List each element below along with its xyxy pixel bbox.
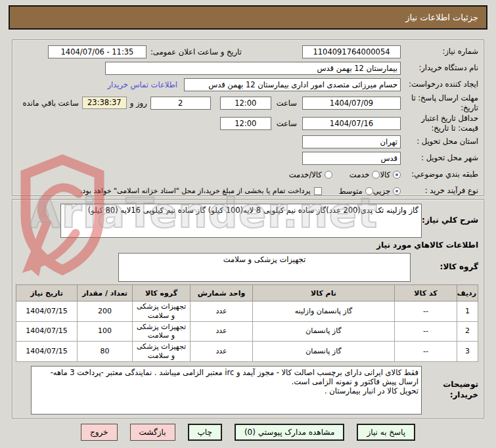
- row-province: استان محل تحویل :: [18, 133, 478, 150]
- buyer-notes-label: توضیحات خریدار:: [422, 380, 478, 400]
- cell-qty: 80: [78, 342, 133, 362]
- page-title-bar: جزئیات اطلاعات نیاز: [9, 5, 487, 30]
- goods-section-header: اطلاعات کالاهاي مورد نیاز: [18, 240, 478, 250]
- process-type-label: نوع فرآیند خرید :: [401, 186, 478, 195]
- city-label: شهر محل تحویل :: [401, 153, 478, 162]
- need-number-input[interactable]: [302, 45, 401, 58]
- radio-goods-service-icon[interactable]: [325, 171, 332, 179]
- col-date: تاریخ نیاز: [16, 285, 78, 302]
- need-info-groupbox: شماره نیاز: تاریخ و ساعت اعلان عمومی: نا…: [12, 39, 484, 196]
- col-row: ردیف: [457, 285, 478, 302]
- deadline-date-input[interactable]: [302, 97, 401, 110]
- days-label: روز و: [130, 99, 147, 108]
- radio-service[interactable]: خدمت: [349, 170, 380, 179]
- validity-date-input[interactable]: [302, 117, 401, 130]
- cell-row: 2: [457, 321, 478, 342]
- row-classification: طبقه بندي موضوعي: کالا خدمت کالا/خدمت: [18, 166, 478, 183]
- table-row: 3 -- گاز پانسمان عدد تجهیزات پزشکی و سلا…: [16, 342, 478, 362]
- buyer-org-label: نام دستگاه خریدار:: [401, 63, 478, 72]
- cell-code: --: [395, 342, 457, 362]
- reply-to-need-button[interactable]: پاسخ به نیاز: [357, 424, 415, 441]
- radio-medium[interactable]: متوسط: [339, 187, 373, 196]
- buyer-notes-textarea[interactable]: فقط کالای ایرانی دارای برچسب اصالت کالا …: [31, 366, 422, 414]
- page-title: جزئیات اطلاعات نیاز: [405, 12, 478, 22]
- radio-goods-icon[interactable]: [393, 171, 401, 179]
- treasury-checkbox-icon[interactable]: [314, 187, 322, 195]
- table-row: 1 -- گاز پانسمان وازلینه عدد تجهیزات پزش…: [16, 302, 478, 322]
- cell-date: 1404/07/15: [16, 342, 78, 362]
- remaining-timer-badge: 23:38:37: [82, 97, 127, 109]
- goods-info-groupbox: شرح کلي نیاز: گاز وازلینه تک پدی(200 عدد…: [12, 199, 484, 418]
- validity-time-input[interactable]: [220, 117, 271, 130]
- view-attachments-button[interactable]: مشاهده مدارک پیوستي (0): [235, 424, 345, 441]
- cell-group: تجهیزات پزشکی و سلامت: [133, 302, 191, 322]
- row-buyer-org: نام دستگاه خریدار:: [18, 60, 478, 76]
- row-validity: حداقل تاریخ اعتبار قیمت: تا تاریخ: ساعت: [18, 113, 478, 133]
- cell-qty: 200: [78, 302, 133, 322]
- col-qty: تعداد / مقدار: [78, 285, 133, 302]
- row-creator: ایجاد کننده درخواست: اطلاعات تماس خریدار: [18, 76, 478, 93]
- cell-row: 1: [457, 302, 478, 322]
- validity-label: حداقل تاریخ اعتبار قیمت: تا تاریخ:: [401, 114, 478, 133]
- radio-medium-icon[interactable]: [365, 187, 373, 195]
- treasury-checkbox-label: پرداخت تمام یا بخشی از مبلغ خرید،از محل …: [80, 187, 311, 195]
- cell-date: 1404/07/15: [16, 302, 78, 322]
- validity-hour-label: ساعت: [277, 119, 297, 128]
- radio-goods-label: کالا: [380, 170, 390, 179]
- goods-group-label: گروه کالا:: [422, 262, 478, 273]
- row-need-desc: شرح کلي نیاز: گاز وازلینه تک پدی(200 عدد…: [18, 204, 478, 238]
- table-row: 2 -- گاز پانسمان عدد تجهیزات پزشکی و سلا…: [16, 321, 478, 342]
- remaining-days-input[interactable]: [150, 97, 211, 110]
- col-unit: واحد شمارش: [191, 285, 253, 302]
- deadline-time-input[interactable]: [220, 97, 271, 110]
- goods-table: ردیف کد کالا نام کالا واحد شمارش گروه کا…: [16, 284, 478, 362]
- print-button[interactable]: چاپ: [188, 424, 222, 441]
- treasury-checkbox-option[interactable]: پرداخت تمام یا بخشی از مبلغ خرید،از محل …: [80, 187, 322, 195]
- row-deadline: مهلت ارسال پاسخ: تا تاریخ: ساعت روز و 23…: [18, 93, 478, 113]
- classification-label: طبقه بندي موضوعي:: [401, 169, 478, 179]
- radio-partial-label: جزیي: [373, 187, 390, 196]
- need-details-page: جزئیات اطلاعات نیاز شماره نیاز: تاریخ و …: [0, 0, 496, 448]
- need-desc-label: شرح کلي نیاز:: [422, 215, 478, 226]
- buyer-contact-link[interactable]: اطلاعات تماس خریدار: [107, 80, 177, 89]
- radio-partial[interactable]: جزیي: [373, 187, 401, 196]
- radio-service-label: خدمت: [349, 170, 370, 179]
- cell-group: تجهیزات پزشکی و سلامت: [133, 342, 191, 362]
- buyer-org-input[interactable]: [105, 62, 401, 75]
- cell-unit: عدد: [191, 321, 253, 342]
- creator-input[interactable]: [184, 78, 401, 91]
- remaining-label: ساعت باقي مانده: [23, 99, 79, 108]
- back-button[interactable]: بازگشت: [130, 424, 175, 441]
- row-buyer-notes: توضیحات خریدار: فقط کالای ایرانی دارای ب…: [18, 366, 478, 414]
- city-input[interactable]: [302, 152, 401, 165]
- announce-datetime-input[interactable]: [48, 45, 147, 58]
- radio-medium-label: متوسط: [339, 187, 363, 196]
- action-buttons-row: پاسخ به نیاز مشاهده مدارک پیوستي (0) چاپ…: [0, 424, 496, 441]
- goods-table-header: ردیف کد کالا نام کالا واحد شمارش گروه کا…: [16, 285, 478, 302]
- col-group: گروه کالا: [133, 285, 191, 302]
- creator-label: ایجاد کننده درخواست:: [401, 79, 478, 89]
- cell-unit: عدد: [191, 342, 253, 362]
- radio-partial-icon[interactable]: [393, 187, 401, 195]
- row-city: شهر محل تحویل :: [18, 150, 478, 166]
- goods-group-textarea[interactable]: تجهیزات پزشکی و سلامت: [118, 253, 411, 282]
- province-input[interactable]: [302, 135, 401, 148]
- exit-button[interactable]: خروج: [81, 424, 118, 441]
- cell-qty: 100: [78, 321, 133, 342]
- province-label: استان محل تحویل :: [401, 137, 478, 146]
- cell-row: 3: [457, 342, 478, 362]
- cell-name: گاز پانسمان وازلینه: [253, 302, 395, 322]
- row-need-number: شماره نیاز: تاریخ و ساعت اعلان عمومی:: [18, 43, 478, 60]
- col-name: نام کالا: [253, 285, 395, 302]
- radio-goods-service[interactable]: کالا/خدمت: [289, 170, 332, 179]
- deadline-label: مهلت ارسال پاسخ: تا تاریخ:: [401, 93, 478, 112]
- need-number-label: شماره نیاز:: [401, 47, 478, 56]
- cell-code: --: [395, 302, 457, 322]
- radio-goods-service-label: کالا/خدمت: [289, 170, 322, 179]
- cell-unit: عدد: [191, 302, 253, 322]
- radio-service-icon[interactable]: [372, 171, 380, 179]
- radio-goods[interactable]: کالا: [380, 170, 401, 179]
- cell-code: --: [395, 321, 457, 342]
- cell-name: گاز پانسمان: [253, 342, 395, 362]
- need-desc-textarea[interactable]: گاز وازلینه تک پدی(200 عدد)گاز ساده نیم …: [60, 204, 422, 238]
